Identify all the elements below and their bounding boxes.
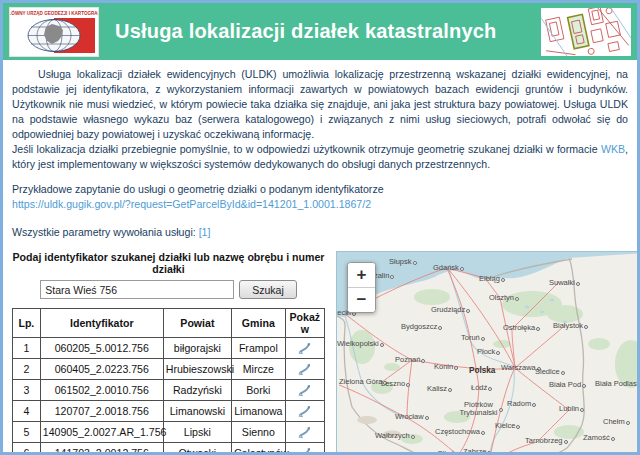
show-on-map-icon[interactable] (297, 383, 312, 398)
cell-lp: 4 (13, 401, 41, 422)
city-marker-dot (411, 435, 415, 439)
cell-powiat: Otwocki (163, 443, 231, 455)
city-marker-dot (460, 267, 464, 271)
map-city-label: Częstochowa (435, 428, 485, 436)
results-header-row: Lp. Identyfikator Powiat Gmina Pokaż w (13, 309, 325, 338)
cell-lp: 2 (13, 359, 41, 380)
logo-org-name: GŁÓWNY URZĄD GEODEZJI I KARTOGRAFII (10, 9, 98, 16)
example-url-link[interactable]: https://uldk.gugik.gov.pl/?request=GetPa… (12, 198, 371, 210)
wkb-text-before: Jeśli lokalizacja działki przebiegnie po… (12, 143, 601, 155)
map-city-label: Lublin (559, 405, 584, 413)
cadastral-map-thumbnail (541, 8, 631, 56)
city-marker-dot (448, 388, 452, 392)
cell-lp: 1 (13, 338, 41, 359)
map-city-label: Wałbrzych (375, 432, 415, 440)
params-line: Wszystkie parametry wywołania usługi: [1… (12, 225, 628, 240)
cell-show (285, 422, 324, 443)
city-marker-dot (611, 437, 615, 441)
intro-paragraph: Usługa lokalizacji działek ewidencyjnych… (12, 67, 628, 142)
city-marker-dot (516, 425, 520, 429)
search-button[interactable]: Szukaj (239, 280, 297, 299)
map-city-label: Kielce (495, 422, 520, 430)
cell-id: 140905_2.0027.AR_1.756 (40, 422, 163, 443)
gugik-logo: GŁÓWNY URZĄD GEODEZJI I KARTOGRAFII (9, 7, 99, 57)
city-marker-dot (496, 351, 500, 355)
cell-gmina: Celestynów (231, 443, 285, 455)
cell-powiat: Lipski (163, 422, 231, 443)
header-id: Identyfikator (40, 309, 163, 338)
map-country-label: Polska (469, 367, 495, 376)
city-marker-dot (406, 383, 410, 387)
table-row[interactable]: 4 120707_2.0018.756 Limanowski Limanowa (13, 401, 325, 422)
city-marker-dot (584, 325, 588, 329)
map-city-label: Białystok (553, 322, 588, 330)
page-title: Usługa lokalizacji działek katastralnych (115, 20, 541, 43)
map-city-label: Kalisz (427, 385, 452, 393)
cell-id: 141703_2.0012.756 (40, 443, 163, 455)
map-city-label: Zabrze (463, 448, 491, 455)
table-row[interactable]: 2 060405_2.0223.756 Hrubieszowski Mircze (13, 359, 325, 380)
header-gmina: Gmina (231, 309, 285, 338)
table-row[interactable]: 1 060205_5.0012.756 biłgorajski Frampol (13, 338, 325, 359)
params-label: Wszystkie parametry wywołania usługi: (12, 226, 199, 238)
map-city-label: Grudziądz (431, 306, 470, 314)
map-city-label: Siedlce (535, 368, 565, 376)
params-ref-link[interactable]: [1] (199, 226, 211, 238)
cell-powiat: biłgorajski (163, 338, 231, 359)
city-marker-dot (499, 408, 503, 412)
city-marker-dot (425, 416, 429, 420)
city-marker-dot (536, 327, 540, 331)
city-marker-dot (501, 278, 505, 282)
city-marker-dot (488, 387, 492, 391)
cell-powiat: Hrubieszowski (163, 359, 231, 380)
zoom-out-button[interactable]: − (348, 287, 375, 312)
cell-id: 120707_2.0018.756 (40, 401, 163, 422)
example-block: Przykładowe zapytanie do usługi o geomet… (12, 182, 628, 212)
header: GŁÓWNY URZĄD GEODEZJI I KARTOGRAFII Usłu… (3, 3, 637, 60)
header-lp: Lp. (13, 309, 41, 338)
cell-id: 060205_5.0012.756 (40, 338, 163, 359)
cell-show (285, 338, 324, 359)
cell-show (285, 380, 324, 401)
gugik-logo-icon: GŁÓWNY URZĄD GEODEZJI I KARTOGRAFII (10, 8, 98, 56)
map-city-label: Biała Pod (549, 381, 586, 389)
show-on-map-icon[interactable] (297, 362, 312, 377)
table-row[interactable]: 5 140905_2.0027.AR_1.756 Lipski Sienno (13, 422, 325, 443)
show-on-map-icon[interactable] (297, 341, 312, 356)
map-city-label: Łódź (471, 384, 492, 392)
show-on-map-icon[interactable] (297, 404, 312, 419)
city-marker-dot (481, 337, 485, 341)
cell-id: 061502_2.0010.756 (40, 380, 163, 401)
header-powiat: Powiat (163, 309, 231, 338)
cell-gmina: Sienno (231, 422, 285, 443)
search-input[interactable] (40, 280, 234, 299)
cell-id: 060405_2.0223.756 (40, 359, 163, 380)
leaflet-map[interactable]: + − SłupskGdańskKoszalinElblągSuwałkiOls… (336, 251, 640, 455)
map-zoom-control: + − (347, 262, 376, 313)
map-city-label: Suwałki (549, 279, 580, 287)
city-marker-dot (390, 275, 394, 279)
map-city-label: Konin (434, 363, 458, 371)
cell-gmina: Limanowa (231, 401, 285, 422)
example-label: Przykładowe zapytanie do usługi o geomet… (12, 182, 628, 197)
wkb-link[interactable]: WKB (601, 143, 625, 155)
map-city-label: Chełm (603, 418, 630, 426)
zoom-in-button[interactable]: + (348, 263, 375, 287)
map-city-label: Zamość (583, 434, 615, 442)
city-marker-dot (564, 440, 568, 444)
map-city-label: Leszno (381, 380, 410, 388)
map-city-label: Poznań (395, 356, 425, 364)
map-city-label: Gliwice (437, 450, 466, 455)
show-on-map-icon[interactable] (297, 425, 312, 440)
table-row[interactable]: 3 061502_2.0010.756 Radzyński Borki (13, 380, 325, 401)
table-row[interactable]: 6 141703_2.0012.756 Otwocki Celestynów (13, 443, 325, 455)
map-city-label: Słupsk (389, 258, 417, 266)
show-on-map-icon[interactable] (297, 446, 312, 455)
map-city-label: Olsztyn (489, 294, 519, 302)
search-label: Podaj identyfikator szukanej działki lub… (12, 251, 325, 275)
cell-show (285, 401, 324, 422)
map-city-label: Elbląg (479, 275, 505, 283)
search-row: Szukaj (12, 280, 325, 299)
map-city-label: Ostrołęka (503, 324, 540, 332)
city-marker-dot (576, 282, 580, 286)
